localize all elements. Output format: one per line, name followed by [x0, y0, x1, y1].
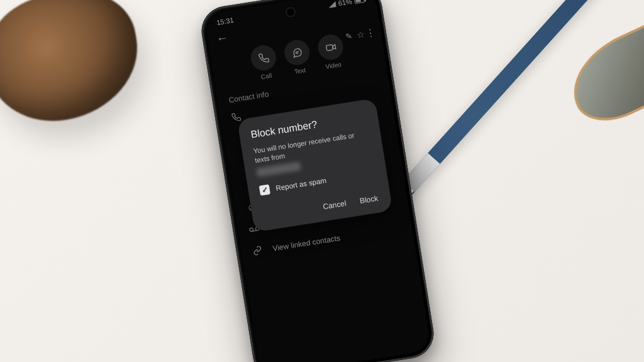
- cancel-button[interactable]: Cancel: [322, 199, 347, 211]
- pinecone-prop: [0, 0, 148, 131]
- block-button[interactable]: Block: [359, 194, 379, 205]
- block-number-dialog: Block number? You will no longer receive…: [237, 98, 393, 232]
- phone-device: 15:31 61% ← Call Tex: [198, 0, 437, 362]
- report-spam-label: Report as spam: [275, 177, 327, 192]
- sunglasses-prop: [558, 18, 644, 134]
- phone-screen: 15:31 61% ← Call Tex: [204, 0, 431, 362]
- checkbox-checked-icon: ✓: [259, 184, 270, 195]
